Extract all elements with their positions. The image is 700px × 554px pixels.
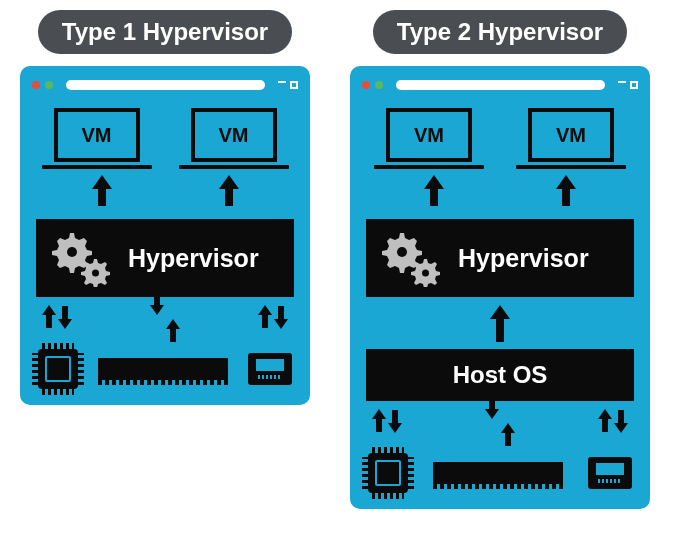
memory-icon <box>433 462 563 484</box>
min-dot-icon <box>375 81 383 89</box>
bidir-arrow-icon <box>485 409 515 433</box>
hypervisor-label: Hypervisor <box>128 244 259 273</box>
laptop-base-icon <box>374 165 484 169</box>
arrow-up-icon <box>424 175 444 189</box>
vm-box: VM <box>521 108 621 169</box>
vm-row: VM VM <box>368 108 632 169</box>
hardware-row <box>32 349 298 389</box>
arrow-up-icon <box>490 305 510 319</box>
vm-screen-icon: VM <box>386 108 472 162</box>
minimize-icon <box>278 81 286 83</box>
host-os-box: Host OS <box>366 349 634 401</box>
vm-box: VM <box>47 108 147 169</box>
laptop-base-icon <box>516 165 626 169</box>
cpu-icon <box>368 453 408 493</box>
hypervisor-label: Hypervisor <box>458 244 589 273</box>
vm-label: VM <box>556 124 586 147</box>
arrows-hv-to-hw <box>32 305 298 329</box>
arrow-up-icon <box>556 175 576 189</box>
host-os-label: Host OS <box>453 361 548 388</box>
svg-point-0 <box>67 247 77 257</box>
laptop-base-icon <box>42 165 152 169</box>
arrow-up-icon <box>219 175 239 189</box>
bidir-arrow-icon <box>372 409 402 433</box>
bidir-arrow-icon <box>42 305 72 329</box>
arrows-vm-to-hv <box>368 175 632 189</box>
address-bar <box>66 80 265 90</box>
laptop-base-icon <box>179 165 289 169</box>
type2-title-badge: Type 2 Hypervisor <box>373 10 627 54</box>
gears-icon <box>48 229 118 287</box>
bidir-arrow-icon <box>598 409 628 433</box>
window-titlebar <box>362 76 638 94</box>
hypervisor-box: Hypervisor <box>366 219 634 297</box>
svg-point-3 <box>422 270 429 277</box>
memory-icon <box>98 358 228 380</box>
type2-window: VM VM Hypervisor <box>350 66 650 509</box>
svg-point-2 <box>397 247 407 257</box>
min-dot-icon <box>45 81 53 89</box>
window-titlebar <box>32 76 298 94</box>
arrow-up-icon <box>92 175 112 189</box>
window-controls <box>618 81 638 89</box>
arrows-host-to-hw <box>362 409 638 433</box>
vm-label: VM <box>82 124 112 147</box>
ethernet-icon <box>588 457 632 489</box>
close-dot-icon <box>32 81 40 89</box>
cpu-icon <box>38 349 78 389</box>
hypervisor-box: Hypervisor <box>36 219 294 297</box>
ethernet-icon <box>248 353 292 385</box>
arrows-vm-to-hv <box>38 175 292 189</box>
svg-point-1 <box>92 270 99 277</box>
type1-title-badge: Type 1 Hypervisor <box>38 10 292 54</box>
window-controls <box>278 81 298 89</box>
minimize-icon <box>618 81 626 83</box>
gears-icon <box>378 229 448 287</box>
vm-screen-icon: VM <box>54 108 140 162</box>
hardware-row <box>362 453 638 493</box>
arrow-hv-to-host <box>362 305 638 319</box>
vm-box: VM <box>184 108 284 169</box>
vm-screen-icon: VM <box>528 108 614 162</box>
maximize-icon <box>290 81 298 89</box>
vm-label: VM <box>219 124 249 147</box>
vm-label: VM <box>414 124 444 147</box>
type2-column: Type 2 Hypervisor VM VM <box>350 10 650 509</box>
close-dot-icon <box>362 81 370 89</box>
type1-window: VM VM Hypervisor <box>20 66 310 405</box>
bidir-arrow-icon <box>258 305 288 329</box>
maximize-icon <box>630 81 638 89</box>
vm-screen-icon: VM <box>191 108 277 162</box>
type1-column: Type 1 Hypervisor VM VM <box>20 10 310 405</box>
address-bar <box>396 80 605 90</box>
vm-box: VM <box>379 108 479 169</box>
vm-row: VM VM <box>38 108 292 169</box>
bidir-arrow-icon <box>150 305 180 329</box>
